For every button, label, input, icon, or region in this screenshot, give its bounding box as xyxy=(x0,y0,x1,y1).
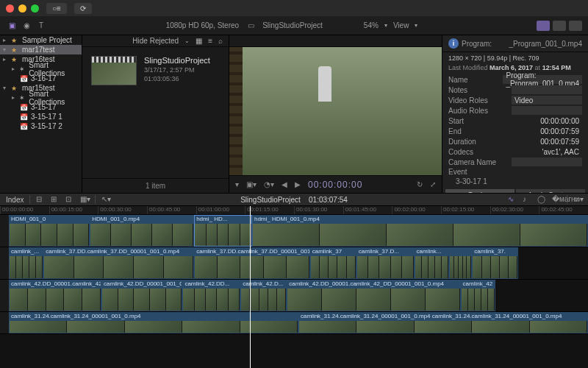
timeline-ruler[interactable]: 00:00:00:0000:00:15:0000:00:30:0000:00:4… xyxy=(0,206,588,215)
timeline-clip[interactable]: camlink_42.DD_00001_001_0.mp4 xyxy=(101,280,182,311)
disclosure-icon[interactable]: ▸ xyxy=(3,37,9,43)
hide-rejected-menu[interactable]: Hide Rejected xyxy=(132,37,179,45)
audio-skim-icon[interactable]: ♪ xyxy=(523,195,531,204)
prev-frame-icon[interactable]: ◀ xyxy=(282,180,287,188)
timeline-clip[interactable]: hdmi_ HD... xyxy=(194,215,252,247)
event-star-icon: ★ xyxy=(11,46,20,54)
disclosure-icon[interactable]: ▾ xyxy=(3,46,9,53)
library-icon[interactable]: ▣ xyxy=(6,20,18,32)
close-window-icon[interactable] xyxy=(6,4,14,13)
timeline-clip[interactable]: camlink_37.DD.camlink_37.DD_00001_001_0.… xyxy=(194,247,310,279)
collection-icon: 📅 xyxy=(20,113,29,121)
sidebar-item[interactable]: 📅3-15-17 1 xyxy=(0,112,82,121)
library-sidebar: ▸★Sample Project▾★mar17test▸★mar16test▸✶… xyxy=(0,35,82,193)
ruler-tick: 00:02:45:00 xyxy=(539,206,588,214)
playhead[interactable] xyxy=(250,206,251,368)
timeline-clip[interactable]: camlink_37. xyxy=(472,247,518,279)
clip-label: hdmi_ HDMI_001_0.mp4 xyxy=(253,216,587,224)
clip-label: camlink_37.DD.camlink_37.DD_00001_001_0.… xyxy=(44,248,193,256)
timeline-track[interactable]: camlink_31.24.camlink_31.24_00001_001_0.… xyxy=(0,312,588,334)
disclosure-icon[interactable]: ▸ xyxy=(12,66,17,72)
viewer-image[interactable] xyxy=(243,47,442,175)
arrow-tool-icon[interactable]: ↖▾ xyxy=(101,195,110,204)
timeline[interactable]: 00:00:00:0000:00:15:0000:00:30:0000:00:4… xyxy=(0,206,588,368)
sidebar-item[interactable]: 📅3-15-17 2 xyxy=(0,121,82,131)
fullscreen-icon[interactable]: ⤢ xyxy=(430,180,436,188)
timeline-clip[interactable]: camlink_31.24.camlink_31.24_00001_001_0.… xyxy=(9,312,298,333)
inspector-value[interactable] xyxy=(512,85,582,94)
sidebar-item[interactable]: ▸★Sample Project xyxy=(0,35,82,45)
skimming-icon[interactable]: ∿ xyxy=(508,195,517,204)
solo-icon[interactable]: ◯ xyxy=(537,195,546,204)
connect-icon[interactable]: ⊟ xyxy=(36,195,45,204)
view-menu[interactable]: View xyxy=(393,21,409,29)
index-button[interactable]: Index xyxy=(6,196,24,204)
inspector-key: Video Roles xyxy=(448,96,512,105)
inspector-value[interactable]: Program: _Program_001_0.mp4 xyxy=(503,75,582,84)
sidebar-item[interactable]: ▸✶Smart Collections xyxy=(0,93,82,102)
search-icon[interactable]: ⌕ xyxy=(218,37,223,45)
inspector-value[interactable] xyxy=(512,106,582,115)
clip-label: camlink_42.DD_00001.camlink_42_DD_00001_… xyxy=(10,280,101,289)
workspace-1-icon[interactable] xyxy=(537,21,550,31)
info-icon[interactable]: i xyxy=(448,38,459,49)
timeline-clip[interactable]: HDMI_001_0.mp4 xyxy=(90,215,194,247)
disclosure-icon[interactable]: ▸ xyxy=(12,94,17,101)
timeline-clip[interactable]: hdmi_ HDMI_001_0.mp4 xyxy=(252,215,588,247)
timeline-track[interactable]: camlink_42.DD_00001.camlink_42_DD_00001_… xyxy=(0,280,588,312)
timeline-clip[interactable]: camlink_42.DD... xyxy=(182,280,240,311)
overwrite-icon[interactable]: ▦▾ xyxy=(80,195,89,204)
ruler-tick: 00:01:15:00 xyxy=(245,206,294,214)
minimize-window-icon[interactable] xyxy=(18,4,26,13)
timeline-clip[interactable]: camlink_37.D... xyxy=(356,247,415,279)
append-icon[interactable]: ⊡ xyxy=(65,195,74,204)
viewer-top-bar xyxy=(229,35,442,47)
timeline-track[interactable]: camlink_...camlink_37.DD.camlink_37.DD_0… xyxy=(0,247,588,280)
timeline-clip[interactable]: HDMI_001_0 xyxy=(9,215,90,247)
timeline-clip[interactable]: camlink_37 xyxy=(310,247,356,279)
retime-icon[interactable]: ◔▾ xyxy=(264,180,274,188)
timeline-track[interactable]: HDMI_001_0HDMI_001_0.mp4hdmi_ HD...hdmi_… xyxy=(0,215,588,247)
snap-icon[interactable]: �магни xyxy=(552,195,561,204)
clip-appearance-icon[interactable]: ▭▾ xyxy=(573,195,582,204)
timeline-clip[interactable]: camlink... xyxy=(415,247,449,279)
disclosure-icon[interactable]: ▸ xyxy=(3,56,9,63)
media-icon[interactable]: ◉ xyxy=(21,20,32,32)
timeline-clip[interactable]: camlink_42 xyxy=(461,280,495,311)
clip-item[interactable]: SlingStudioProject 3/17/17, 2:57 PM 01:0… xyxy=(82,47,229,94)
inspector-value[interactable] xyxy=(512,158,582,166)
insert-icon[interactable]: ⊞ xyxy=(51,195,60,204)
titles-icon[interactable]: T xyxy=(35,20,47,32)
list-view-icon[interactable]: ≡ xyxy=(208,37,212,45)
last-modified-date: March 6, 2017 xyxy=(490,64,533,71)
timeline-clip[interactable]: camlink_42.DD_00001.camlink_42_DD_00001_… xyxy=(9,280,101,311)
scale-down-icon[interactable]: ▾ xyxy=(235,180,239,188)
toolbar-button-2[interactable]: ⟳ xyxy=(74,3,92,14)
timeline-clip[interactable]: camlink_... xyxy=(9,247,43,279)
inspector-program-file: _Program_001_0.mp4 xyxy=(509,40,582,48)
grid-view-icon[interactable]: ▦ xyxy=(196,37,202,45)
timeline-clip[interactable]: camlink_37.DD.camlink_37.DD_00001_001_0.… xyxy=(43,247,194,279)
inspector-program-label: Program: xyxy=(462,40,492,48)
collection-icon: ✶ xyxy=(19,66,26,73)
timeline-clip[interactable]: camlink_42.DD_00001.camlink_42_DD_00001_… xyxy=(287,280,460,311)
event-value: 3-30-17 1 xyxy=(448,177,512,185)
loop-icon[interactable]: ↻ xyxy=(417,180,423,188)
workspace-2-icon[interactable] xyxy=(553,21,566,31)
timeline-clip[interactable]: camlink_31.24.camlink_31.24_00001_001_0.… xyxy=(298,312,588,333)
tool-menu-icon[interactable]: ▣▾ xyxy=(246,180,257,188)
sidebar-item[interactable]: ▸✶Smart Collections xyxy=(0,64,82,74)
play-icon[interactable]: ▶ xyxy=(295,180,301,188)
sidebar-item-label: 3-15-17 xyxy=(31,103,56,111)
inspector-key: Name xyxy=(448,76,503,84)
timeline-clip[interactable]: camlink_42.D... xyxy=(240,280,287,311)
timeline-clip[interactable] xyxy=(449,247,473,279)
inspector-value[interactable]: Video xyxy=(512,96,582,105)
last-modified-time: 12:54 PM xyxy=(542,64,571,71)
disclosure-icon[interactable]: ▾ xyxy=(3,85,9,91)
sidebar-item[interactable]: ▾★mar17test xyxy=(0,45,82,54)
zoom-percent[interactable]: 54% xyxy=(364,21,379,29)
workspace-3-icon[interactable] xyxy=(569,21,582,31)
zoom-window-icon[interactable] xyxy=(31,4,39,13)
toolbar-button-1[interactable]: ○≡ xyxy=(46,3,67,14)
